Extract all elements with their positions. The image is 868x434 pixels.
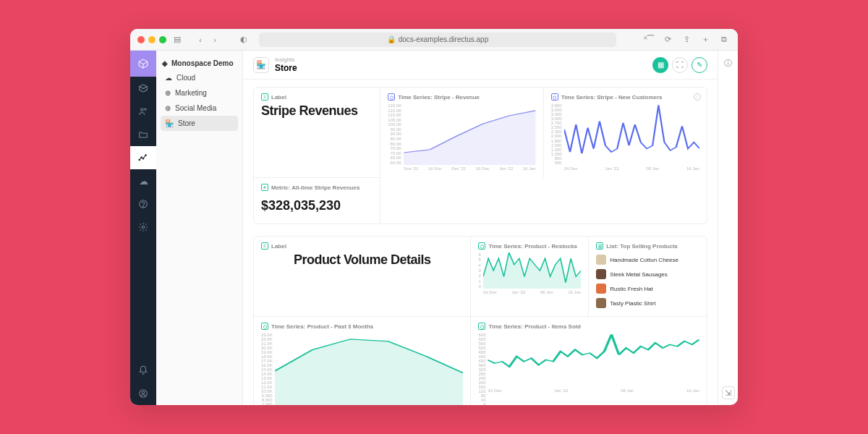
nav-item-store[interactable]: 🏪 Store — [161, 116, 238, 131]
chart-badge-icon: ⬡ — [261, 323, 268, 330]
url-text: docs-examples.directus.app — [399, 35, 489, 43]
module-rail: ☁ — [130, 51, 156, 405]
product-list: Handmade Cotton CheeseSleek Metal Sausag… — [596, 252, 699, 310]
list-item[interactable]: Sleek Metal Sausages — [596, 267, 699, 281]
panel-product-restocks: ⬡Time Series: Product - Restocks 6543210… — [471, 237, 589, 317]
store-icon: 🏪 — [165, 119, 174, 127]
newtab-icon[interactable]: ＋ — [699, 33, 712, 46]
panel-stripe-metric: #Metric: All-time Stripe Revenues $328,0… — [254, 178, 380, 224]
chart-badge-icon: ⬡ — [551, 93, 558, 101]
app-logo[interactable] — [130, 51, 156, 77]
panel-product-sold: ⬡Time Series: Product - Items Sold 64060… — [471, 317, 707, 405]
translate-icon[interactable]: ᴬ⁀ — [642, 33, 655, 46]
tabs-icon[interactable]: ⧉ — [718, 33, 731, 46]
svg-point-5 — [145, 155, 147, 156]
rail-notifications[interactable] — [130, 359, 156, 382]
cloud-icon: ☁ — [165, 74, 172, 82]
panel-stripe-label: ≡Label Stripe Revenues — [254, 88, 380, 178]
chart-badge-icon: ⬡ — [478, 242, 485, 250]
rail-content[interactable] — [130, 77, 156, 100]
stripe-label-text: Stripe Revenues — [261, 103, 373, 119]
svg-point-3 — [141, 157, 142, 158]
chart-product-restocks: 6543210 16 DecJan '2208 Jan16 Jan — [478, 252, 581, 296]
panel-product-label: ≡Label Product Volume Details — [254, 237, 471, 317]
chart-badge-icon: ⬡ — [478, 323, 485, 330]
svg-point-4 — [142, 158, 144, 159]
export-icon[interactable]: ⇲ — [722, 386, 735, 399]
nav-item-social[interactable]: ⊛ Social Media — [161, 101, 238, 116]
store-icon: 🏪 — [253, 57, 269, 73]
panel-stripe-revenue: ⬡Time Series: Stripe - Revenue 120.0K115… — [380, 88, 543, 178]
metric-badge-icon: # — [261, 184, 268, 191]
forward-icon[interactable]: › — [208, 33, 221, 46]
svg-point-1 — [145, 109, 146, 110]
traffic-lights — [137, 36, 166, 43]
label-badge-icon: ≡ — [261, 93, 268, 101]
main-content: 🏪 Insights Store ▦ ⛶ ✎ ≡Label — [243, 51, 718, 405]
list-badge-icon: ☰ — [596, 242, 603, 250]
workspace-name[interactable]: ◈ Monospace Demo — [161, 56, 238, 70]
minimize-dot[interactable] — [148, 36, 156, 43]
share-icon[interactable]: ⇪ — [680, 33, 693, 46]
chart-product-3mo: 23.0K22.0K21.0K20.0K19.0K18.0K17.0K16.0K… — [261, 333, 463, 405]
nav-item-cloud[interactable]: ☁ Cloud — [161, 70, 238, 85]
panel-stripe-customers: ⬡Time Series: Stripe - New Customers i 3… — [544, 88, 707, 178]
info-icon[interactable]: ⓘ — [722, 56, 735, 69]
add-panel-button[interactable]: ▦ — [652, 57, 668, 73]
close-dot[interactable] — [137, 36, 145, 43]
page-header: 🏪 Insights Store ▦ ⛶ ✎ — [243, 51, 718, 80]
diamond-icon: ◈ — [162, 59, 168, 67]
rail-help[interactable] — [130, 192, 156, 216]
panel-product-3mo: ⬡Time Series: Product - Past 3 Months 23… — [254, 317, 471, 405]
rail-settings[interactable] — [130, 216, 156, 239]
chart-stripe-customers: 3,8003,5003,3003,0002,7002,5002,3002,000… — [551, 103, 699, 172]
svg-point-10 — [142, 391, 145, 394]
fullscreen-button[interactable]: ⛶ — [672, 57, 688, 73]
stripe-metric-value: $328,035,230 — [261, 194, 373, 218]
breadcrumb: Insights — [275, 56, 297, 63]
rail-users[interactable] — [130, 100, 156, 123]
browser-chrome: ▤ ‹ › ◐ 🔒 docs-examples.directus.app ᴬ⁀ … — [130, 29, 738, 51]
maximize-dot[interactable] — [159, 36, 166, 43]
target-icon: ⊕ — [165, 89, 171, 97]
nav-sidebar: ◈ Monospace Demo ☁ Cloud ⊕ Marketing ⊛ S… — [156, 51, 243, 405]
product-group: ≡Label Product Volume Details ⬡Time Seri… — [253, 236, 707, 405]
stripe-group: ≡Label Stripe Revenues ⬡Time Series: Str… — [253, 87, 707, 224]
address-bar[interactable]: 🔒 docs-examples.directus.app — [259, 33, 616, 47]
list-item[interactable]: Rustic Fresh Hat — [596, 281, 699, 296]
product-label-text: Product Volume Details — [261, 252, 463, 268]
rail-files[interactable] — [130, 123, 156, 146]
back-icon[interactable]: ‹ — [194, 33, 207, 46]
nav-item-marketing[interactable]: ⊕ Marketing — [161, 85, 238, 101]
chart-product-sold: 6406005605204804404003603202802402001601… — [478, 333, 699, 394]
label-badge-icon: ≡ — [261, 242, 268, 250]
lock-icon: 🔒 — [387, 35, 396, 43]
list-item[interactable]: Handmade Cotton Cheese — [596, 252, 699, 267]
rail-insights[interactable] — [130, 146, 156, 169]
svg-point-8 — [142, 226, 145, 229]
shield-icon[interactable]: ◐ — [240, 35, 247, 44]
globe-icon: ⊛ — [165, 104, 171, 112]
sidebar-toggle-icon[interactable]: ▤ — [171, 33, 184, 46]
page-title: Store — [275, 63, 297, 73]
svg-point-2 — [139, 159, 140, 161]
reload-icon[interactable]: ⟳ — [661, 33, 674, 46]
svg-point-0 — [141, 109, 144, 111]
chart-badge-icon: ⬡ — [388, 93, 395, 101]
info-icon[interactable]: i — [694, 93, 701, 101]
edit-button[interactable]: ✎ — [692, 57, 707, 73]
right-rail: ⓘ ⇲ — [718, 51, 738, 405]
rail-account[interactable] — [130, 382, 156, 405]
rail-cloud[interactable]: ☁ — [130, 169, 156, 192]
list-item[interactable]: Tasty Plastic Shirt — [596, 296, 699, 310]
panel-top-products: ☰List: Top Selling Products Handmade Cot… — [589, 237, 707, 317]
chart-stripe-revenue: 120.0K115.0K110.0K105.0K100.0K95.0K90.0K… — [388, 103, 535, 172]
svg-point-7 — [143, 206, 144, 207]
browser-window: ▤ ‹ › ◐ 🔒 docs-examples.directus.app ᴬ⁀ … — [130, 29, 738, 405]
